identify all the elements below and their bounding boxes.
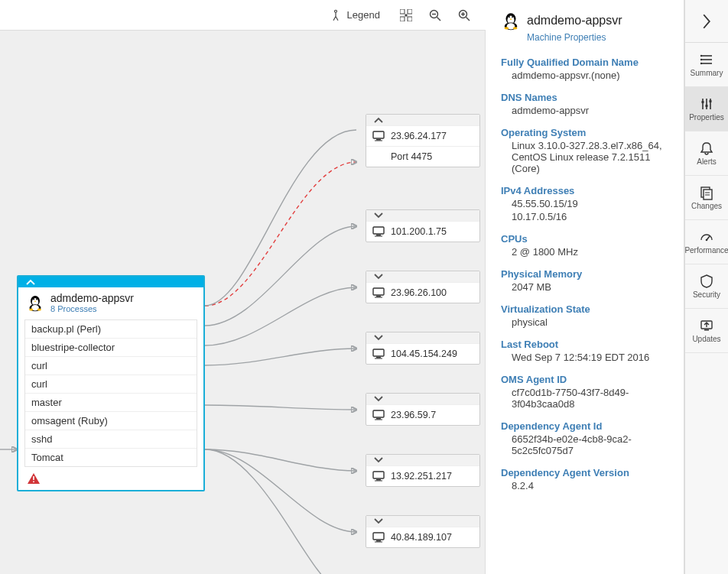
zoom-out-button[interactable] [423, 3, 447, 28]
target-node[interactable]: 23.96.24.177 Port 4475 [366, 114, 480, 167]
process-item[interactable]: Tomcat [25, 449, 197, 466]
rail-updates[interactable]: Updates [685, 309, 728, 353]
prop-label: Operating System [501, 127, 671, 138]
legend-label: Legend [347, 9, 380, 21]
zoom-in-button[interactable] [452, 3, 476, 28]
target-node[interactable]: 104.45.154.249 [366, 332, 480, 365]
rail-security[interactable]: Security [685, 264, 728, 309]
prop-value: 45.55.50.15/19 [512, 198, 671, 209]
rail-label: Performance [684, 246, 728, 255]
prop-label: Dependency Agent Version [501, 467, 671, 478]
process-item[interactable]: backup.pl (Perl) [25, 320, 197, 339]
target-ip: 23.96.59.7 [391, 410, 436, 420]
machine-icon [372, 410, 385, 420]
rail-properties[interactable]: Properties [685, 87, 728, 131]
svg-rect-32 [373, 349, 384, 356]
rail-summary[interactable]: Summary [685, 43, 728, 87]
process-list: backup.pl (Perl) bluestripe-collector cu… [24, 319, 197, 467]
svg-rect-22 [33, 482, 34, 483]
target-node[interactable]: 23.96.26.100 [366, 271, 480, 303]
svg-rect-5 [405, 14, 408, 16]
prop-label: Dependency Agent Id [501, 420, 671, 432]
zoom-in-icon [458, 9, 470, 21]
node-collapse-bar[interactable] [366, 115, 479, 125]
rail-alerts[interactable]: Alerts [685, 131, 728, 176]
target-node[interactable]: 101.200.1.75 [366, 209, 480, 242]
svg-rect-61 [702, 101, 704, 103]
rail-label: Summary [691, 69, 723, 77]
svg-rect-43 [375, 542, 382, 543]
svg-point-18 [36, 299, 37, 300]
svg-rect-30 [376, 296, 381, 297]
chevron-up-icon [26, 278, 35, 286]
process-item[interactable]: omsagent (Ruby) [25, 412, 197, 430]
bell-icon [699, 141, 714, 156]
panel-machine-name: admdemo-appsvr [527, 14, 622, 28]
chevron-down-icon [374, 456, 383, 464]
svg-rect-42 [376, 540, 381, 542]
svg-point-0 [334, 10, 336, 12]
process-item[interactable]: master [25, 394, 197, 412]
node-expand-bar[interactable] [366, 332, 479, 343]
machine-icon [372, 287, 385, 298]
prop-value: 2047 MB [512, 281, 671, 293]
chevron-down-icon [374, 517, 383, 525]
legend-button[interactable]: Legend [329, 8, 380, 22]
process-item[interactable]: curl [25, 357, 197, 375]
prop-value: Linux 3.10.0-327.28.3.el7.x86_64, CentOS… [512, 140, 671, 174]
rail-changes[interactable]: Changes [685, 176, 728, 220]
svg-line-10 [466, 17, 470, 21]
svg-rect-24 [376, 139, 381, 141]
svg-rect-23 [373, 131, 384, 138]
svg-rect-62 [706, 105, 708, 107]
svg-rect-63 [710, 100, 712, 102]
target-node[interactable]: 40.84.189.107 [366, 515, 480, 548]
svg-rect-36 [376, 418, 381, 420]
svg-rect-27 [376, 235, 381, 236]
chevron-up-icon [374, 116, 383, 124]
svg-point-55 [700, 55, 702, 57]
svg-rect-33 [376, 357, 381, 358]
prop-label: Virtualization State [501, 303, 671, 315]
target-node[interactable]: 23.96.59.7 [366, 393, 480, 426]
target-port: Port 4475 [391, 151, 432, 162]
expand-panel-button[interactable] [685, 0, 728, 43]
process-item[interactable]: sshd [25, 430, 197, 449]
svg-point-49 [512, 16, 513, 18]
svg-rect-35 [373, 410, 384, 417]
machine-icon [372, 532, 385, 543]
svg-rect-38 [373, 472, 384, 478]
map-toolbar: Legend [0, 0, 486, 31]
node-expand-bar[interactable] [366, 394, 479, 404]
svg-point-48 [509, 16, 510, 18]
prop-value: physical [512, 316, 671, 328]
svg-point-69 [706, 239, 708, 242]
svg-point-56 [700, 59, 702, 60]
svg-rect-34 [375, 358, 382, 359]
rail-label: Properties [689, 113, 724, 122]
svg-point-20 [37, 309, 41, 311]
prop-value: 2 @ 1800 MHz [512, 246, 671, 258]
prop-value: Wed Sep 7 12:54:19 EDT 2016 [512, 352, 671, 363]
dependency-map-canvas[interactable]: admdemo-appsvr 8 Processes backup.pl (Pe… [0, 31, 486, 574]
machine-card[interactable]: admdemo-appsvr 8 Processes backup.pl (Pe… [17, 275, 205, 491]
rail-performance[interactable]: Performance [685, 220, 728, 264]
target-node[interactable]: 13.92.251.217 [366, 454, 480, 487]
prop-value: admdemo-appsvr.(none) [512, 70, 671, 81]
process-item[interactable]: bluestripe-collector [25, 339, 197, 357]
svg-rect-31 [375, 297, 382, 298]
svg-line-7 [437, 17, 441, 21]
node-expand-bar[interactable] [366, 516, 479, 527]
prop-label: Last Reboot [501, 339, 671, 350]
prop-value: cf7c0d1b-7750-43f7-8d49-3f04b3caa0d8 [512, 387, 671, 410]
gauge-icon [699, 229, 714, 245]
warning-icon[interactable] [28, 473, 203, 484]
node-expand-bar[interactable] [366, 210, 479, 221]
node-expand-bar[interactable] [366, 455, 479, 465]
svg-rect-21 [33, 476, 34, 480]
prop-label: CPUs [501, 233, 671, 245]
machine-collapse-bar[interactable] [18, 277, 203, 287]
fit-view-button[interactable] [394, 3, 418, 28]
process-item[interactable]: curl [25, 375, 197, 394]
node-expand-bar[interactable] [366, 271, 479, 282]
